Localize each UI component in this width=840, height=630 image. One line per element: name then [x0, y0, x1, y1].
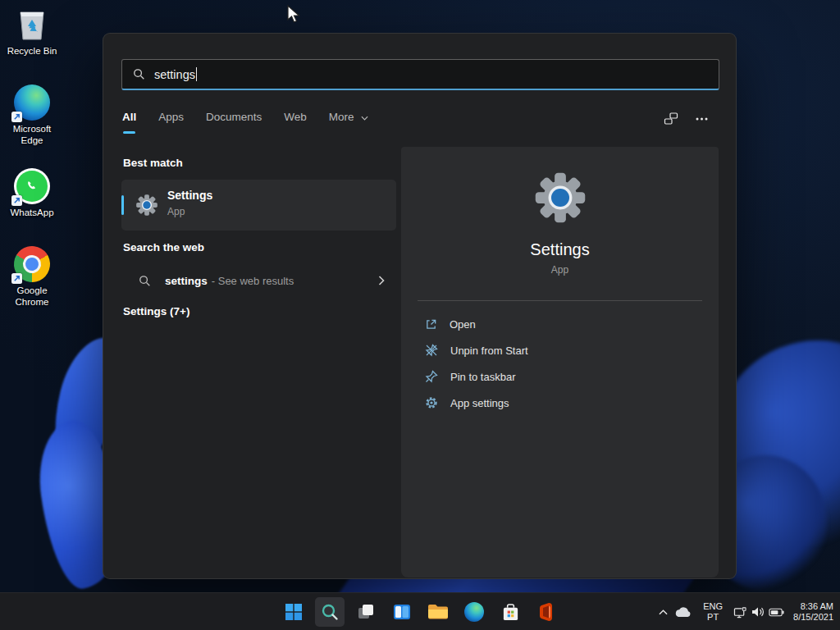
search-filter-tabs: All Apps Documents Web More — [122, 111, 390, 134]
office-button[interactable] — [532, 597, 561, 627]
desktop-icon-label: Google Chrome — [2, 285, 62, 308]
best-match-result-settings[interactable]: Settings App — [121, 180, 396, 231]
taskbar: ENG PT — [0, 592, 840, 630]
desktop-icon-whatsapp[interactable]: WhatsApp — [2, 168, 62, 219]
account-options-icon[interactable] — [664, 112, 678, 126]
widgets-icon — [392, 602, 412, 622]
language-indicator[interactable]: ENG PT — [703, 601, 723, 623]
settings-gear-icon-large — [533, 171, 587, 225]
widgets-button[interactable] — [387, 597, 417, 627]
clock[interactable]: 8:36 AM 8/15/2021 — [793, 601, 833, 623]
tray-time: 8:36 AM — [793, 601, 833, 613]
microsoft-store-button[interactable] — [495, 597, 525, 627]
whatsapp-icon — [14, 168, 50, 204]
volume-icon[interactable] — [749, 600, 767, 623]
tab-web[interactable]: Web — [284, 111, 307, 134]
search-window: settings All Apps Documents Web More — [103, 33, 737, 579]
search-header-icons — [664, 112, 708, 126]
desktop-icon-label: WhatsApp — [2, 208, 62, 219]
action-label: App settings — [450, 397, 509, 409]
start-button[interactable] — [279, 597, 308, 627]
file-explorer-button[interactable] — [423, 597, 453, 627]
task-view-icon — [356, 602, 376, 622]
more-options-icon[interactable] — [696, 117, 708, 121]
desktop-icon-recycle-bin[interactable]: Recycle Bin — [2, 7, 62, 57]
file-explorer-icon — [427, 603, 449, 621]
action-open[interactable]: Open — [425, 315, 476, 333]
search-input[interactable]: settings — [121, 59, 719, 90]
chrome-icon — [14, 246, 50, 282]
desktop: Recycle Bin Microsoft Edge WhatsApp — [0, 0, 840, 630]
chevron-right-icon — [378, 276, 385, 285]
tab-documents[interactable]: Documents — [206, 111, 262, 134]
pin-icon — [425, 370, 438, 383]
chevron-down-icon — [361, 116, 368, 121]
preview-pane: Settings App Open Unpin from Start — [401, 147, 719, 578]
action-unpin-from-start[interactable]: Unpin from Start — [425, 341, 528, 359]
desktop-icon-label: Recycle Bin — [2, 46, 62, 57]
edge-button[interactable] — [459, 597, 489, 627]
edge-icon — [14, 84, 50, 121]
search-icon — [133, 68, 145, 80]
taskbar-buttons — [279, 597, 561, 627]
result-subtitle: App — [167, 206, 185, 217]
desktop-icon-microsoft-edge[interactable]: Microsoft Edge — [2, 84, 62, 146]
shortcut-arrow-icon — [11, 112, 22, 122]
shortcut-arrow-icon — [11, 195, 22, 206]
search-web-heading: Search the web — [123, 241, 204, 253]
preview-app-title: Settings — [401, 240, 719, 259]
microsoft-store-icon — [501, 603, 520, 622]
action-pin-to-taskbar[interactable]: Pin to taskbar — [425, 368, 516, 386]
network-icon[interactable] — [731, 600, 749, 623]
action-label: Open — [450, 318, 476, 331]
task-view-button[interactable] — [351, 597, 381, 627]
web-query-suffix: - See web results — [212, 275, 378, 287]
settings-gear-icon — [135, 194, 158, 217]
recycle-bin-icon — [14, 7, 50, 43]
desktop-icon-google-chrome[interactable]: Google Chrome — [2, 246, 62, 308]
tray-date: 8/15/2021 — [793, 612, 833, 623]
search-input-value: settings — [154, 68, 195, 81]
shortcut-arrow-icon — [11, 273, 22, 284]
office-icon — [536, 602, 556, 622]
system-tray: ENG PT — [654, 593, 833, 630]
web-search-result[interactable]: settings - See web results — [121, 264, 396, 297]
onedrive-cloud-icon[interactable] — [672, 600, 695, 623]
tab-more[interactable]: More — [329, 111, 369, 134]
mouse-cursor — [286, 5, 303, 25]
edge-icon — [464, 602, 484, 622]
result-title: Settings — [167, 189, 212, 202]
gear-icon — [425, 396, 438, 409]
web-query: settings — [165, 275, 208, 287]
unpin-icon — [425, 344, 438, 357]
open-icon — [425, 318, 437, 331]
tray-chevron-up-icon[interactable] — [654, 600, 672, 623]
divider — [418, 300, 702, 301]
settings-group-heading[interactable]: Settings (7+) — [123, 305, 189, 317]
active-tab-underline — [123, 131, 135, 134]
preview-app-subtitle: App — [401, 264, 719, 276]
action-label: Unpin from Start — [450, 345, 528, 357]
search-icon — [139, 275, 151, 287]
best-match-heading: Best match — [123, 157, 183, 169]
windows-start-icon — [285, 603, 303, 621]
text-caret — [196, 67, 198, 81]
action-app-settings[interactable]: App settings — [425, 394, 509, 412]
action-label: Pin to taskbar — [450, 371, 516, 383]
tab-all[interactable]: All — [122, 111, 136, 134]
search-button[interactable] — [315, 597, 345, 627]
desktop-icon-label: Microsoft Edge — [2, 124, 62, 146]
selection-indicator — [121, 195, 124, 215]
tab-apps[interactable]: Apps — [158, 111, 184, 134]
battery-icon[interactable] — [767, 600, 785, 623]
search-icon — [321, 603, 339, 621]
